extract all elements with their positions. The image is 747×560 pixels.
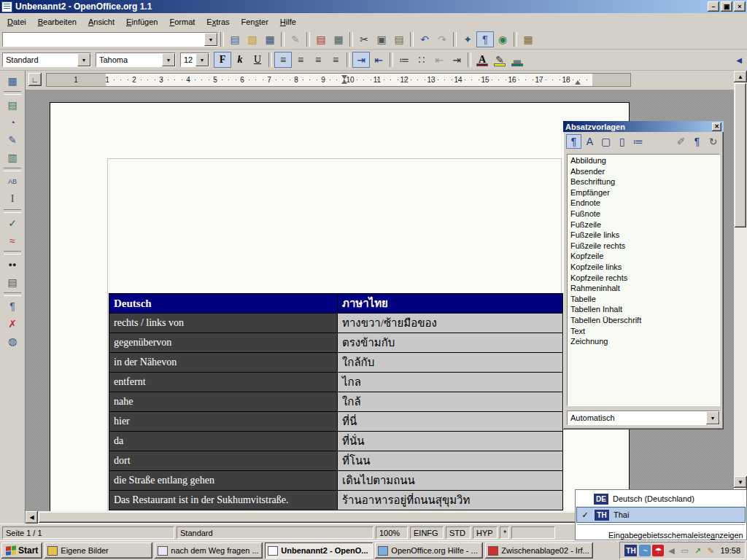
size-dropdown-arrow-icon[interactable]: ▼ <box>196 53 209 66</box>
font-size-input[interactable] <box>181 53 196 66</box>
table-row[interactable]: dortที่โนน <box>109 451 563 471</box>
task-nach-dem-weg-fragen[interactable]: nach dem Weg fragen ... <box>155 542 263 559</box>
find-replace-icon[interactable]: ●● <box>4 257 21 273</box>
mouse-icon[interactable]: ▭ <box>678 545 690 556</box>
left-to-right-button[interactable]: ⇥ <box>352 52 370 68</box>
document-page[interactable]: Deutschภาษาไทยrechts / links vonทางขวา/ซ… <box>50 102 630 511</box>
cut-icon[interactable]: ✂ <box>355 31 373 47</box>
insert-icon[interactable]: ▤ <box>4 97 21 113</box>
task-openoffice-hilfe[interactable]: OpenOffice.org Hilfe - ... <box>375 542 483 559</box>
cell-german[interactable]: in der Nähevon <box>109 353 338 373</box>
scroll-left-icon[interactable]: ◀ <box>26 511 38 524</box>
table-row[interactable]: rechts / links vonทางขวา/ซ้ายมือของ <box>109 314 563 333</box>
paragraph-style-combobox[interactable]: ▼ <box>2 52 91 67</box>
export-pdf-icon[interactable]: ▤ <box>312 31 330 47</box>
language-item-deutsch-deutschland[interactable]: DEDeutsch (Deutschland) <box>576 491 746 507</box>
url-dropdown-arrow-icon[interactable]: ▼ <box>204 33 217 46</box>
menu-einf-gen[interactable]: Einfügen <box>120 15 163 28</box>
style-item-rahmeninhalt[interactable]: Rahmeninhalt <box>568 283 719 294</box>
style-item-fu-zeile-rechts[interactable]: Fußzeile rechts <box>568 241 719 252</box>
autotext-icon[interactable]: AB <box>4 174 21 190</box>
style-item-empf-nger[interactable]: Empfänger <box>568 187 719 198</box>
table-row[interactable]: die Straße entlang gehenเดินไปตามถนน <box>109 471 563 491</box>
table-row[interactable]: naheใกล้ <box>109 392 563 412</box>
print-icon[interactable]: ▦ <box>330 31 347 47</box>
quickstarter-icon[interactable]: ~ <box>639 545 651 556</box>
page-styles-button[interactable]: ▯ <box>614 134 630 149</box>
style-item-kopfzeile[interactable]: Kopfzeile <box>568 251 719 262</box>
open-icon[interactable]: ▧ <box>244 31 261 47</box>
nonprinting-characters-icon[interactable]: ¶ <box>4 298 21 314</box>
updater-icon[interactable]: ↗ <box>692 545 703 556</box>
fill-format-mode-button[interactable]: ✐ <box>673 134 689 149</box>
task-eigene-bilder[interactable]: Eigene Bilder <box>44 542 152 559</box>
close-button[interactable]: × <box>734 1 746 12</box>
insert-table-icon[interactable]: ▦ <box>4 73 21 89</box>
right-indent-marker[interactable] <box>575 80 581 85</box>
character-styles-button[interactable]: A <box>582 134 597 149</box>
table-row[interactable]: entferntไกล <box>109 373 563 392</box>
font-color-button[interactable]: A <box>473 52 491 68</box>
scroll-down-icon[interactable]: ▼ <box>734 476 747 488</box>
table-row[interactable]: daที่นั่น <box>109 432 563 451</box>
gallery-icon[interactable]: ▦ <box>519 31 537 47</box>
cell-thai[interactable]: ใกล้กับ <box>338 353 563 373</box>
copy-icon[interactable]: ▣ <box>373 31 390 47</box>
menu-datei[interactable]: Datei <box>1 15 32 28</box>
online-layout-icon[interactable]: ◍ <box>4 333 21 349</box>
background-color-button[interactable]: ▄ <box>508 52 526 68</box>
task-unbenannt2-openoffice[interactable]: Unbenannt2 - OpenO... <box>265 542 373 559</box>
menu-bearbeiten[interactable]: Bearbeiten <box>32 15 82 28</box>
right-to-left-button[interactable]: ⇤ <box>370 52 387 68</box>
style-item-absender[interactable]: Absender <box>568 166 719 177</box>
menu-item-show-language-bar[interactable]: Eingabegebietsschemaleiste anzeigen <box>576 528 746 542</box>
table-row[interactable]: gegenübervonตรงข้ามกับ <box>109 333 563 353</box>
form-functions-icon[interactable]: ▥ <box>4 149 21 166</box>
cell-german[interactable]: die Straße entlang gehen <box>109 471 338 491</box>
url-input[interactable] <box>3 33 204 46</box>
vertical-scrollbar[interactable]: ▲ ▼ ⇈ ⇊ <box>734 71 747 524</box>
style-item-beschriftung[interactable]: Beschriftung <box>568 176 719 187</box>
style-item-tabellen-berschrift[interactable]: Tabellen Überschrift <box>568 315 719 326</box>
cell-thai[interactable]: เดินไปตามถนน <box>338 471 563 491</box>
tablet-pen-icon[interactable]: ✎ <box>705 545 716 556</box>
task-zwischenablage02-irfanview[interactable]: Zwischenablage02 - Irf... <box>485 542 593 559</box>
volume-icon[interactable]: ◀ <box>665 545 677 556</box>
font-name-combobox[interactable]: ▼ <box>96 52 176 67</box>
vertical-scroll-thumb[interactable] <box>735 83 746 228</box>
cell-german[interactable]: hier <box>109 412 338 432</box>
table-row[interactable]: Das Restaurant ist in der Sukhumvitstraß… <box>109 491 563 510</box>
menu-fenster[interactable]: Fenster <box>236 15 274 28</box>
stylist-title-bar[interactable]: Absatzvorlagen ✕ <box>563 121 724 132</box>
translation-table[interactable]: Deutschภาษาไทยrechts / links vonทางขวา/ซ… <box>109 293 563 510</box>
new-document-icon[interactable]: ▤ <box>226 31 244 47</box>
numbering-on-off-button[interactable]: ≔ <box>395 52 413 68</box>
style-item-zeichnung[interactable]: Zeichnung <box>568 336 719 347</box>
style-filter-combobox[interactable]: ▼ <box>567 411 720 425</box>
autospellcheck-icon[interactable]: ≈ <box>4 233 21 249</box>
save-icon[interactable]: ▦ <box>261 31 279 47</box>
underline-button[interactable]: U <box>249 52 266 68</box>
menu-extras[interactable]: Extras <box>201 15 235 28</box>
cell-german[interactable]: da <box>109 432 338 451</box>
insert-object-icon[interactable]: ◔ <box>4 114 21 131</box>
stylist-icon[interactable]: ¶ <box>476 31 494 47</box>
indent-marker[interactable] <box>341 75 347 84</box>
vertical-scroll-track[interactable] <box>734 228 747 476</box>
cell-german[interactable]: rechts / links von <box>109 314 338 333</box>
data-sources-icon[interactable]: ▤ <box>4 274 21 290</box>
toolbar-overflow-button[interactable]: ◀ <box>733 52 745 67</box>
justify-button[interactable]: ≡ <box>327 52 344 68</box>
antivirus-icon[interactable]: ☂ <box>652 545 664 556</box>
update-style-button[interactable]: ↻ <box>705 134 721 149</box>
ruler-band[interactable]: 1123456789101112131415161718 <box>46 73 631 87</box>
undo-icon[interactable]: ↶ <box>416 31 433 47</box>
hyperlink-icon[interactable]: ◉ <box>494 31 511 47</box>
style-item-fu-note[interactable]: Fußnote <box>568 209 719 219</box>
language-item-thai[interactable]: ✓THThai <box>576 507 746 523</box>
tab-stop-selector[interactable]: ∟ <box>28 73 42 86</box>
cell-thai[interactable]: ที่โนน <box>338 451 563 471</box>
language-indicator-th[interactable]: TH <box>624 545 637 556</box>
menu-format[interactable]: Format <box>163 15 201 28</box>
style-dropdown-arrow-icon[interactable]: ▼ <box>77 53 90 66</box>
